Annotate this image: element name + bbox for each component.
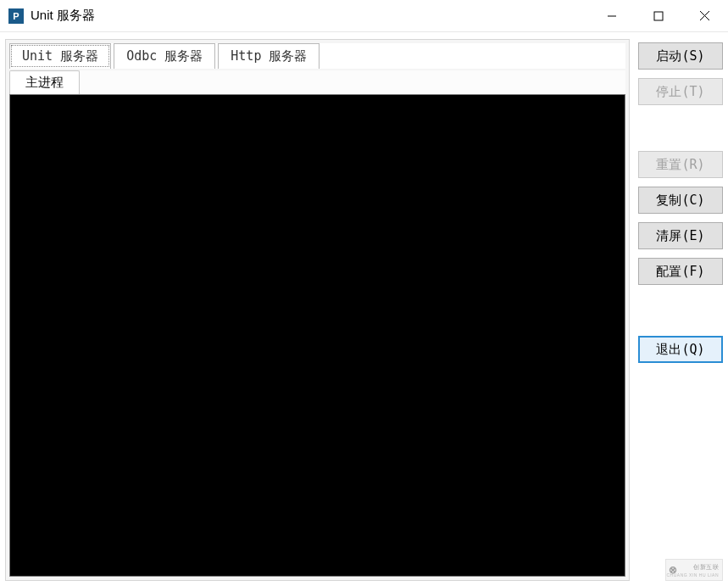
reset-button: 重置(R) (638, 151, 723, 178)
copy-button[interactable]: 复制(C) (638, 187, 723, 214)
watermark-sub: CHUANG XIN HU LIAN (666, 572, 719, 578)
titlebar: Unit 服务器 (0, 0, 728, 32)
clear-button[interactable]: 清屏(E) (638, 222, 723, 249)
maximize-icon (653, 11, 664, 21)
main-panel: Unit 服务器 Odbc 服务器 Http 服务器 主进程 (5, 39, 630, 581)
close-button[interactable] (681, 0, 728, 31)
spacer (638, 114, 723, 142)
window-title: Unit 服务器 (31, 8, 588, 24)
side-panel: 启动(S) 停止(T) 重置(R) 复制(C) 清屏(E) 配置(F) 退出(Q… (630, 39, 723, 581)
svg-rect-1 (654, 12, 663, 20)
minimize-button[interactable] (588, 0, 635, 31)
window-controls (588, 0, 728, 31)
app-icon (8, 8, 24, 24)
tab-unit-server[interactable]: Unit 服务器 (9, 43, 111, 69)
tab-http-server[interactable]: Http 服务器 (218, 43, 320, 69)
sub-tabs: 主进程 (9, 70, 625, 94)
minimize-icon (607, 11, 617, 21)
start-button[interactable]: 启动(S) (638, 42, 723, 70)
close-icon (699, 10, 710, 21)
content-area: Unit 服务器 Odbc 服务器 Http 服务器 主进程 启动(S) 停止(… (0, 32, 728, 586)
stop-button: 停止(T) (638, 78, 723, 105)
maximize-button[interactable] (635, 0, 681, 31)
tab-main-process[interactable]: 主进程 (9, 70, 80, 94)
config-button[interactable]: 配置(F) (638, 258, 723, 285)
top-tabs: Unit 服务器 Odbc 服务器 Http 服务器 (9, 43, 625, 69)
console-output[interactable] (9, 94, 625, 577)
watermark-text: 创新互联 (693, 563, 719, 572)
spacer (638, 293, 723, 327)
watermark: ⊗ 创新互联 CHUANG XIN HU LIAN (665, 559, 723, 581)
tab-odbc-server[interactable]: Odbc 服务器 (114, 43, 215, 69)
exit-button[interactable]: 退出(Q) (638, 336, 723, 363)
